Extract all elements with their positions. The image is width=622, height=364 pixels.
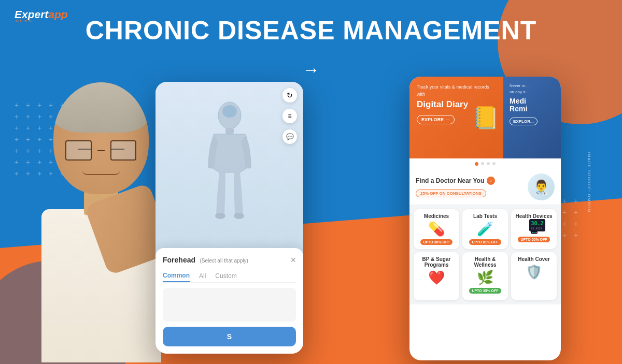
health-wellness-badge: UPTO 35% OFF: [469, 288, 501, 294]
list-icon[interactable]: ≡: [282, 109, 297, 123]
medicines-icon: 💊: [428, 221, 445, 237]
body-model-display: ↻ ≡ 💬: [156, 82, 303, 263]
health-devices-badge: UPTO 50% OFF: [518, 237, 549, 242]
svg-rect-1: [225, 128, 234, 134]
health-wellness-icon: 🌿: [477, 270, 493, 286]
dot-4[interactable]: [492, 162, 496, 165]
device-reading-overlay: 30.2 05.4629: [529, 219, 545, 231]
phone-icons[interactable]: ↻ ≡ 💬: [282, 88, 297, 144]
category-grid: Medicines 💊 UPTO 30% OFF Lab Tests 🧪 UPT…: [409, 205, 561, 304]
bp-sugar-icon: ❤️: [428, 270, 445, 286]
banner2-small-text: Never m...on any d...: [510, 83, 555, 95]
health-devices-label: Health Devices: [515, 213, 552, 219]
banner2-explore[interactable]: EXPLOR...: [510, 118, 538, 125]
category-health-wellness[interactable]: Health & Wellness 🌿 UPTO 35% OFF: [462, 252, 508, 300]
dot-1[interactable]: [475, 162, 478, 166]
dot-2[interactable]: [481, 162, 484, 165]
health-cover-icon: 🛡️: [526, 264, 542, 280]
image-source-text: IMAGE SOURCE: OMRON: [586, 152, 591, 212]
body-part-label: Forehead: [163, 256, 195, 264]
health-cover-label: Health Cover: [518, 256, 550, 262]
bp-sugar-label: BP & Sugar Programs: [416, 256, 457, 268]
lab-tests-label: Lab Tests: [473, 213, 497, 219]
phone-left: ↻ ≡ 💬 Forehead (Select all that apply) ×…: [156, 82, 303, 354]
tab-common[interactable]: Common: [163, 270, 190, 282]
lab-tests-icon: 🧪: [477, 221, 493, 237]
discount-badge: 25% OFF ON CONSULTATIONS: [416, 190, 486, 197]
tab-custom[interactable]: Custom: [215, 270, 236, 282]
logo-devs: DEVS: [16, 19, 68, 23]
refresh-icon[interactable]: ↻: [282, 88, 297, 103]
arrow-circle-icon: ›: [487, 177, 495, 185]
find-doctor-info: Find a Doctor Near You › 25% OFF ON CONS…: [416, 177, 495, 197]
mouth: [82, 166, 120, 175]
close-button[interactable]: ×: [290, 255, 296, 265]
banner1-small-text: Track your vitals & medical records with: [417, 84, 496, 98]
symptom-list-area: [163, 288, 296, 322]
carousel-dots: [409, 158, 561, 169]
head: [53, 82, 149, 195]
body-3d-model: [199, 100, 261, 245]
dialog-header-row: Forehead (Select all that apply) ×: [163, 255, 296, 265]
lab-tests-badge: UPTO 81% OFF: [469, 239, 501, 245]
medicines-label: Medicines: [424, 213, 449, 219]
banner-area: Track your vitals & medical records with…: [409, 77, 561, 158]
symptom-tabs: Common All Custom: [163, 270, 296, 283]
phone-right: Track your vitals & medical records with…: [409, 77, 561, 360]
svg-point-2: [215, 213, 225, 219]
find-doctor-title: Find a Doctor Near You: [416, 177, 484, 184]
svg-point-4: [222, 105, 237, 118]
category-health-devices[interactable]: Health Devices 📱 30.2 05.4629 UPTO 50% O…: [511, 209, 557, 249]
health-wellness-label: Health & Wellness: [465, 256, 505, 268]
continue-button[interactable]: S: [163, 327, 296, 346]
banner-digital-diary[interactable]: Track your vitals & medical records with…: [409, 77, 503, 158]
category-bp-sugar[interactable]: BP & Sugar Programs ❤️: [414, 252, 459, 300]
arrow-right: →: [302, 60, 320, 80]
category-medicines[interactable]: Medicines 💊 UPTO 30% OFF: [414, 209, 459, 249]
banner1-explore[interactable]: EXPLORE →: [417, 115, 455, 124]
medicines-badge: UPTO 30% OFF: [420, 239, 452, 245]
hair: [53, 82, 149, 133]
dot-3[interactable]: [487, 162, 490, 165]
glasses: [63, 140, 139, 161]
category-lab-tests[interactable]: Lab Tests 🧪 UPTO 81% OFF: [462, 209, 508, 249]
category-health-cover[interactable]: Health Cover 🛡️: [511, 252, 557, 300]
main-title: CHRONIC DISEASE MANAGEMENT: [86, 16, 536, 46]
banner-medicine-reminder[interactable]: Never m...on any d... MediRemi EXPLOR...: [503, 77, 561, 158]
svg-point-3: [234, 213, 244, 219]
chat-icon[interactable]: 💬: [282, 129, 297, 144]
logo: Expert app DEVS: [15, 8, 68, 23]
diary-icon: 📒: [472, 105, 499, 130]
health-devices-icon: 📱 30.2 05.4629: [527, 221, 541, 235]
select-hint: (Select all that apply): [200, 258, 248, 264]
doctor-avatar: 👨‍⚕️: [528, 173, 555, 200]
tab-all[interactable]: All: [199, 270, 206, 282]
symptom-dialog: Forehead (Select all that apply) × Commo…: [156, 248, 303, 354]
find-doctor-section[interactable]: Find a Doctor Near You › 25% OFF ON CONS…: [409, 169, 561, 205]
banner2-title: MediRemi: [510, 97, 555, 113]
